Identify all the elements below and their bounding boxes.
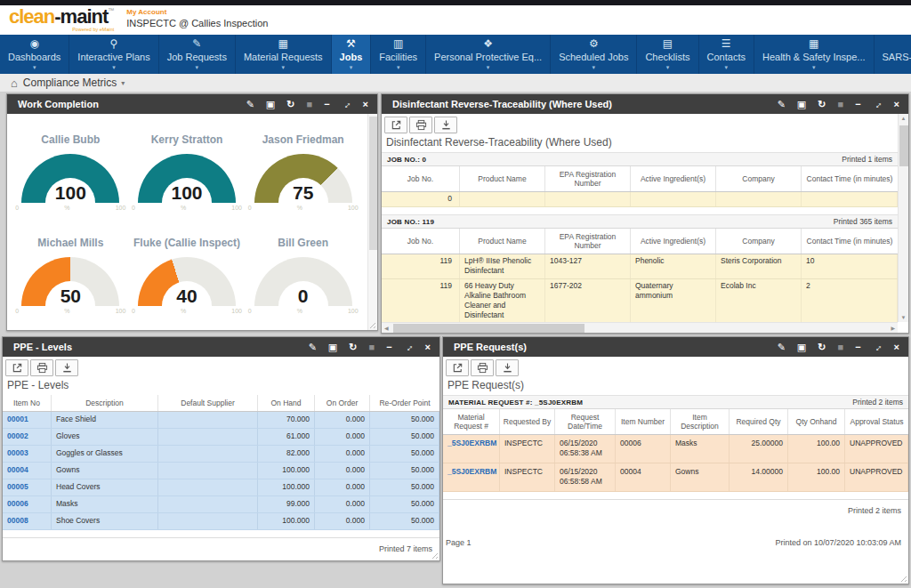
my-account-link[interactable]: My Account [126,8,268,16]
nav-tab[interactable]: ▦ SARS-CoV-2 Disinfect... ▾ [875,35,911,74]
nav-tab[interactable]: ⚲ Interactive Plans ▾ [69,35,158,74]
scrollbar-horizontal[interactable]: ◀ ▶ [382,322,898,333]
panel-titlebar[interactable]: Work Completion ✎ ▣ ↻ ■ − ↔ × [7,94,377,114]
column-header[interactable]: Material Request # [443,409,500,434]
resize-grip[interactable] [899,574,907,582]
item-number-link[interactable]: 00006 [3,496,52,512]
column-header[interactable]: Company [716,229,802,254]
panel-titlebar[interactable]: Disinfectant Reverse-Traceability (Where… [382,94,908,114]
column-header[interactable]: Item Description [671,409,730,434]
refresh-icon[interactable]: ↻ [818,100,826,109]
resize-icon[interactable]: ↔ [401,340,415,354]
item-number-link[interactable]: 00001 [3,412,52,428]
column-header[interactable]: Item Number [616,409,671,434]
refresh-icon[interactable]: ↻ [286,100,294,109]
nav-tab-label: Contacts [707,52,746,63]
nav-tab[interactable]: ▦ Health & Safety Inspe... ▾ [754,35,875,74]
column-header[interactable]: Active Ingredient(s) [631,229,716,254]
column-header[interactable]: Contact Time (in minutes) [802,229,898,254]
nav-tab[interactable]: ✎ Job Requests ▾ [159,35,236,74]
export-button[interactable] [5,359,28,376]
nav-tab[interactable]: ☰ Contacts ▾ [699,35,754,74]
column-header[interactable]: EPA Registration Number [545,166,631,191]
close-icon[interactable]: × [894,100,899,109]
column-header[interactable]: On Hand [258,395,315,411]
column-header[interactable]: Qty Onhand [788,409,845,434]
minimize-icon[interactable]: − [324,100,329,109]
breadcrumb[interactable]: ⌂ Compliance Metrics ▾ [0,74,911,93]
scroll-right-icon[interactable]: ▶ [891,325,895,331]
column-header[interactable]: Product Name [460,229,545,254]
export-button[interactable] [384,117,407,133]
column-header[interactable]: Contact Time (in minutes) [802,166,898,191]
edit-icon[interactable]: ✎ [778,100,786,109]
column-header[interactable]: Active Ingredient(s) [631,166,716,191]
column-header[interactable]: On Order [315,395,370,411]
column-header[interactable]: Product Name [460,166,545,191]
nav-tab[interactable]: ⚙ Scheduled Jobs ▾ [551,35,637,74]
minimize-icon[interactable]: − [386,342,391,352]
download-button[interactable] [496,359,519,376]
app-logo[interactable]: clean-maint™ Powered by eMaint [9,7,114,33]
resize-icon[interactable]: ↔ [870,97,884,111]
nav-tab[interactable]: ▥ Facilities ▾ [371,35,426,74]
print-button[interactable] [471,359,494,376]
item-number-link[interactable]: 00002 [3,429,52,445]
column-header[interactable]: Re-Order Point [370,395,439,411]
column-header[interactable]: Job No. [382,229,460,254]
item-number-link[interactable]: 00004 [3,463,52,479]
scroll-down-icon[interactable]: ▼ [899,315,908,320]
column-header[interactable]: Job No. [382,166,460,191]
column-header[interactable]: EPA Registration Number [545,229,631,254]
nav-tab[interactable]: ◉ Dashboards ▾ [0,35,69,74]
print-button[interactable] [30,359,53,376]
popout-icon[interactable]: ▣ [328,342,337,352]
nav-tab[interactable]: ▤ Checklists ▾ [637,35,698,74]
scrollbar-thumb[interactable] [393,324,584,333]
nav-tab[interactable]: ⚒ Jobs ▾ [332,35,372,74]
scroll-left-icon[interactable]: ◀ [384,325,389,331]
popout-icon[interactable]: ▣ [797,342,806,352]
resize-icon[interactable]: ↔ [870,340,884,354]
refresh-icon[interactable]: ↻ [349,342,357,352]
minimize-icon[interactable]: − [855,342,860,352]
column-header[interactable]: Request Date/Time [555,409,616,434]
download-button[interactable] [434,117,457,133]
refresh-icon[interactable]: ↻ [818,342,826,352]
item-number-link[interactable]: 00008 [3,513,52,529]
nav-tab[interactable]: ❖ Personal Protective Eq... ▾ [426,35,551,74]
close-icon[interactable]: × [425,342,431,352]
download-button[interactable] [55,359,78,376]
edit-icon[interactable]: ✎ [246,100,254,109]
print-button[interactable] [409,117,432,133]
column-header[interactable]: Company [716,166,802,191]
scrollbar-vertical[interactable] [367,114,377,330]
resize-icon[interactable]: ↔ [339,97,353,111]
column-header[interactable]: Description [52,395,158,411]
column-header[interactable]: Required Qty [730,409,788,434]
edit-icon[interactable]: ✎ [778,342,786,352]
column-header[interactable]: Approval Status [845,409,908,434]
table-row: 0 [382,192,898,207]
edit-icon[interactable]: ✎ [309,342,317,352]
material-request-link[interactable]: _5SJ0EXRBM [443,463,500,491]
item-number-link[interactable]: 00003 [3,446,52,462]
column-header[interactable]: Requested By [500,409,555,434]
scrollbar-thumb[interactable] [899,125,908,166]
popout-icon[interactable]: ▣ [266,100,275,109]
column-header[interactable]: Item No [3,395,52,411]
nav-tab[interactable]: ▦ Material Requests ▾ [236,35,332,74]
scrollbar-vertical[interactable]: ▲ ▼ [898,114,908,322]
close-icon[interactable]: × [894,342,899,352]
close-icon[interactable]: × [363,100,368,109]
export-button[interactable] [446,359,469,376]
panel-titlebar[interactable]: PPE - Levels ✎ ▣ ↻ ■ − ↔ × [3,337,439,357]
item-number-link[interactable]: 00005 [3,479,52,495]
scroll-up-icon[interactable]: ▲ [899,116,908,121]
popout-icon[interactable]: ▣ [797,100,806,109]
panel-titlebar[interactable]: PPE Request(s) ✎ ▣ ↻ ■ − ↔ × [443,337,908,357]
scrollbar-thumb[interactable] [369,117,377,250]
material-request-link[interactable]: _5SJ0EXRBM [443,435,500,463]
column-header[interactable]: Default Supplier [158,395,258,411]
minimize-icon[interactable]: − [855,100,860,109]
